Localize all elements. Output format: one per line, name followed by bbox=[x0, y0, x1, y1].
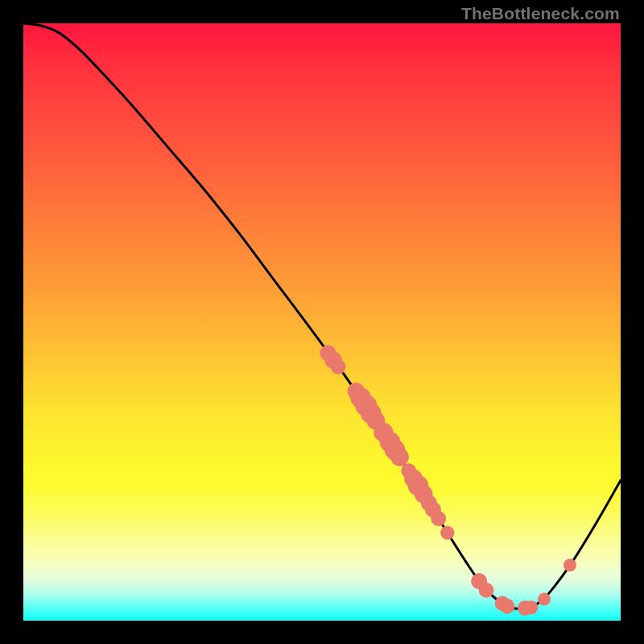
chart-overlay-svg bbox=[23, 23, 621, 621]
data-marker bbox=[440, 526, 454, 539]
data-marker bbox=[390, 448, 409, 466]
data-marker bbox=[431, 511, 446, 526]
data-marker bbox=[564, 559, 576, 572]
chart-stage: TheBottleneck.com bbox=[0, 0, 644, 644]
data-marker bbox=[331, 359, 346, 374]
watermark-label: TheBottleneck.com bbox=[461, 4, 620, 23]
bottleneck-curve bbox=[23, 23, 621, 609]
data-marker bbox=[479, 583, 494, 598]
data-markers bbox=[320, 345, 576, 616]
chart-plot-area bbox=[23, 23, 621, 621]
data-marker bbox=[524, 601, 538, 614]
data-marker bbox=[500, 599, 515, 614]
data-marker bbox=[538, 592, 551, 605]
